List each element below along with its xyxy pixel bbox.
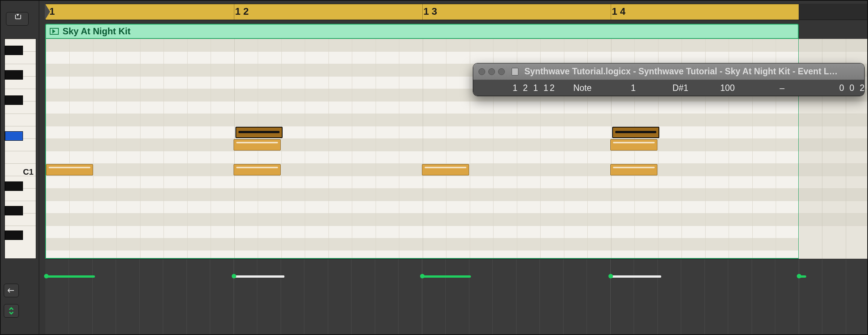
velocity-marker[interactable] — [799, 275, 806, 278]
event-type[interactable]: Note — [556, 83, 609, 93]
play-icon — [50, 28, 59, 35]
automation-arrow-button[interactable] — [4, 284, 19, 297]
event-pitch[interactable]: D#1 — [658, 83, 703, 93]
event-list-window[interactable]: Synthwave Tutorial.logicx - Synthwave Tu… — [473, 63, 865, 96]
catch-icon — [13, 15, 21, 22]
arrow-return-icon — [6, 287, 16, 294]
ruler-label: 1 3 — [423, 6, 437, 17]
event-velocity[interactable]: 100 — [703, 83, 752, 93]
event-position[interactable]: 1 2 1 12 — [481, 83, 556, 93]
ruler-label: 1 2 — [235, 6, 249, 17]
midi-note[interactable] — [610, 139, 657, 151]
midi-note-selected[interactable] — [612, 127, 659, 138]
traffic-minimize[interactable] — [488, 68, 495, 75]
ruler-label: 1 4 — [612, 6, 625, 17]
velocity-marker[interactable] — [422, 275, 471, 278]
catch-playhead-button[interactable] — [6, 12, 29, 26]
event-dash: – — [752, 83, 812, 93]
velocity-marker[interactable] — [610, 275, 661, 278]
event-channel[interactable]: 1 — [609, 83, 658, 93]
event-row[interactable]: 1 2 1 12 Note 1 D#1 100 – 0 0 2 0 — [473, 80, 864, 96]
key-label-c1: C1 — [23, 167, 34, 177]
velocity-marker[interactable] — [46, 275, 95, 278]
document-icon — [512, 68, 518, 75]
traffic-zoom[interactable] — [498, 68, 505, 75]
piano-keyboard[interactable]: C1 — [5, 38, 36, 259]
traffic-close[interactable] — [478, 68, 485, 75]
region-header[interactable]: Sky At Night Kit — [45, 24, 799, 39]
midi-note[interactable] — [234, 164, 281, 175]
window-title: Synthwave Tutorial.logicx - Synthwave Tu… — [524, 66, 838, 77]
midi-note[interactable] — [234, 139, 281, 151]
editor-left-panel: C1 — [1, 1, 39, 334]
midi-note[interactable] — [610, 164, 657, 175]
timeline-ruler[interactable]: 1 1 2 1 3 1 4 2 — [45, 4, 867, 20]
window-titlebar[interactable]: Synthwave Tutorial.logicx - Synthwave Tu… — [473, 63, 864, 80]
velocity-lane[interactable] — [45, 259, 867, 334]
midi-note-selected[interactable] — [235, 127, 283, 138]
chevron-updown-icon — [8, 307, 15, 315]
automation-select-button[interactable] — [4, 304, 19, 318]
region-title: Sky At Night Kit — [63, 26, 130, 37]
ruler-label: 1 — [49, 6, 55, 17]
midi-note[interactable] — [46, 164, 93, 175]
midi-note[interactable] — [422, 164, 469, 175]
event-length[interactable]: 0 0 2 0 — [812, 83, 865, 93]
velocity-marker[interactable] — [234, 275, 284, 278]
ruler-tail — [799, 4, 867, 20]
